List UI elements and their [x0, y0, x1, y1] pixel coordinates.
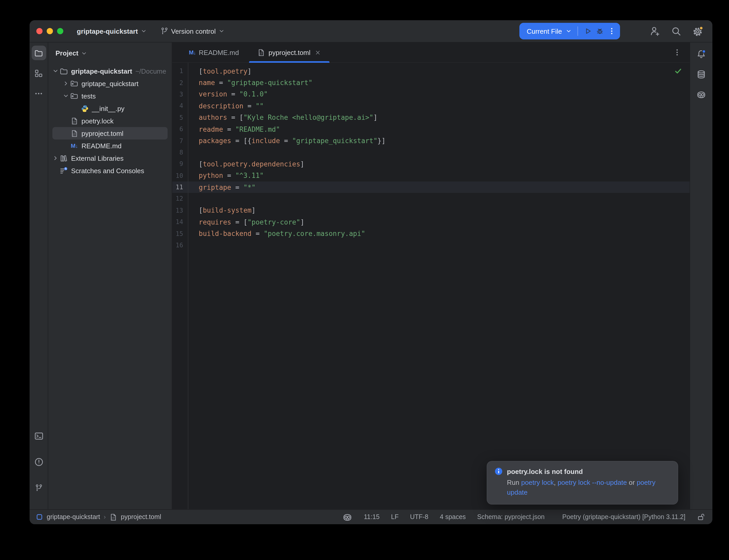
code-line-1[interactable]: 1[tool.poetry]	[172, 65, 690, 77]
status-indent[interactable]: 4 spaces	[440, 513, 466, 521]
copilot-status-icon[interactable]	[343, 512, 352, 522]
line-number: 10	[172, 172, 188, 179]
chevron-down-icon[interactable]	[51, 67, 60, 75]
line-number: 15	[172, 230, 188, 237]
structure-icon	[34, 69, 43, 78]
status-interpreter[interactable]: Poetry (griptape-quickstart) [Python 3.1…	[562, 513, 685, 521]
notification-link[interactable]: poetry lock	[521, 479, 554, 486]
inspection-ok-icon[interactable]	[674, 67, 682, 75]
tree-item-poetry-lock[interactable]: [T]poetry.lock	[48, 115, 172, 127]
tree-item-init-py[interactable]: __init__.py	[48, 102, 172, 115]
tree-item-external-libraries[interactable]: External Libraries	[48, 152, 172, 164]
settings-icon[interactable]	[692, 26, 703, 37]
project-panel-header[interactable]: Project	[48, 43, 172, 64]
tree-item-scratches-and-consoles[interactable]: Scratches and Consoles	[48, 164, 172, 177]
line-content: [build-system]	[188, 207, 255, 214]
tree-item-griptape-quickstart[interactable]: griptape-quickstart~/Docume	[48, 65, 172, 77]
terminal-tool-button[interactable]	[31, 429, 46, 443]
line-content: description = ""	[188, 102, 263, 110]
editor-options-icon[interactable]	[673, 48, 681, 57]
code-line-7[interactable]: 7packages = [{include = "griptape_quicks…	[172, 135, 690, 147]
breadcrumb-module[interactable]: griptape-quickstart	[47, 513, 100, 521]
project-selector[interactable]: griptape-quickstart	[77, 27, 147, 35]
branch-icon	[34, 484, 43, 492]
minimize-button[interactable]	[47, 28, 53, 34]
code-line-13[interactable]: 13[build-system]	[172, 205, 690, 216]
tree-item-label: griptape_quickstart	[81, 80, 138, 87]
run-config-label: Current File	[527, 27, 562, 35]
code-line-2[interactable]: 2name = "griptape-quickstart"	[172, 77, 690, 89]
status-caret-position[interactable]: 11:15	[364, 513, 380, 521]
close-button[interactable]	[36, 28, 43, 34]
markdown-icon: M↓	[189, 49, 196, 55]
version-control-tool-button[interactable]	[31, 481, 46, 495]
notifications-bell-icon[interactable]	[696, 49, 706, 59]
tab-readme-md[interactable]: M↓README.md	[179, 43, 248, 62]
status-schema[interactable]: Schema: pyproject.json	[477, 513, 545, 521]
code-line-15[interactable]: 15build-backend = "poetry.core.masonry.a…	[172, 228, 690, 240]
breadcrumb-file[interactable]: pyproject.toml	[121, 513, 161, 521]
chevron-right-icon[interactable]	[62, 80, 70, 87]
line-content: griptape = "*"	[188, 183, 255, 191]
code-line-4[interactable]: 4description = ""	[172, 100, 690, 112]
code-editor[interactable]: 1[tool.poetry]2name = "griptape-quicksta…	[172, 63, 690, 509]
code-line-14[interactable]: 14requires = ["poetry-core"]	[172, 216, 690, 228]
status-line-separator[interactable]: LF	[391, 513, 399, 521]
code-line-9[interactable]: 9[tool.poetry.dependencies]	[172, 158, 690, 170]
more-run-options-icon[interactable]	[608, 27, 616, 35]
project-tool-button[interactable]	[31, 46, 46, 60]
ai-assistant-icon[interactable]	[696, 90, 706, 100]
line-number: 8	[172, 149, 188, 156]
more-tools-button[interactable]	[31, 86, 46, 101]
notification-text: Run	[507, 479, 521, 486]
debug-icon[interactable]	[596, 27, 604, 35]
code-line-5[interactable]: 5authors = ["Kyle Roche <hello@griptape.…	[172, 112, 690, 123]
tree-item-readme-md[interactable]: M↓README.md	[48, 139, 172, 152]
line-number: 13	[172, 207, 188, 214]
problems-tool-button[interactable]	[31, 455, 46, 469]
tree-item-label: README.md	[81, 142, 122, 150]
vcs-widget[interactable]: Version control	[160, 27, 225, 35]
markdown-icon: M↓	[70, 143, 78, 149]
title-bar: griptape-quickstart Version control Curr…	[30, 20, 712, 43]
database-icon[interactable]	[696, 69, 706, 79]
tab-label: pyproject.toml	[268, 48, 310, 56]
package-folder-icon	[70, 92, 78, 100]
svg-text:[T]: [T]	[72, 133, 77, 136]
chevron-down-icon	[141, 28, 147, 34]
tree-item-label: poetry.lock	[81, 117, 114, 125]
code-line-10[interactable]: 10python = "^3.11"	[172, 170, 690, 181]
folder-icon	[34, 48, 43, 57]
tab-pyproject-toml[interactable]: [T]pyproject.toml	[248, 43, 331, 62]
add-user-icon[interactable]	[650, 26, 660, 36]
structure-tool-button[interactable]	[31, 66, 46, 80]
close-icon[interactable]	[315, 49, 321, 56]
code-line-11[interactable]: 11griptape = "*"	[172, 181, 690, 193]
titlebar-actions	[650, 26, 703, 37]
code-line-6[interactable]: 6readme = "README.md"	[172, 123, 690, 135]
tree-item-tests[interactable]: tests	[48, 90, 172, 102]
run-configuration-widget[interactable]: Current File	[519, 23, 620, 39]
svg-text:[T]: [T]	[259, 52, 264, 55]
code-line-16[interactable]: 16	[172, 240, 690, 251]
code-line-12[interactable]: 12	[172, 193, 690, 205]
divider	[578, 26, 578, 36]
lock-icon[interactable]	[697, 513, 705, 521]
chevron-right-icon[interactable]	[51, 155, 60, 162]
notification-link[interactable]: poetry lock --no-update	[558, 479, 627, 486]
svg-text:[T]: [T]	[111, 516, 116, 520]
tree-item-pyproject-toml[interactable]: [T]pyproject.toml	[48, 127, 172, 139]
zoom-button[interactable]	[57, 28, 63, 34]
tree-item-griptape-quickstart[interactable]: griptape_quickstart	[48, 77, 172, 90]
toml-icon: [T]	[70, 129, 78, 137]
code-line-3[interactable]: 3version = "0.1.0"	[172, 89, 690, 100]
status-encoding[interactable]: UTF-8	[410, 513, 428, 521]
run-icon[interactable]	[584, 27, 592, 35]
status-items: 11:15LFUTF-84 spacesSchema: pyproject.js…	[364, 513, 545, 521]
line-number: 3	[172, 91, 188, 98]
line-content: python = "^3.11"	[188, 172, 264, 179]
code-line-8[interactable]: 8	[172, 146, 690, 158]
toml-icon: [T]	[70, 117, 78, 125]
chevron-down-icon[interactable]	[62, 92, 70, 100]
search-icon[interactable]	[671, 26, 681, 36]
